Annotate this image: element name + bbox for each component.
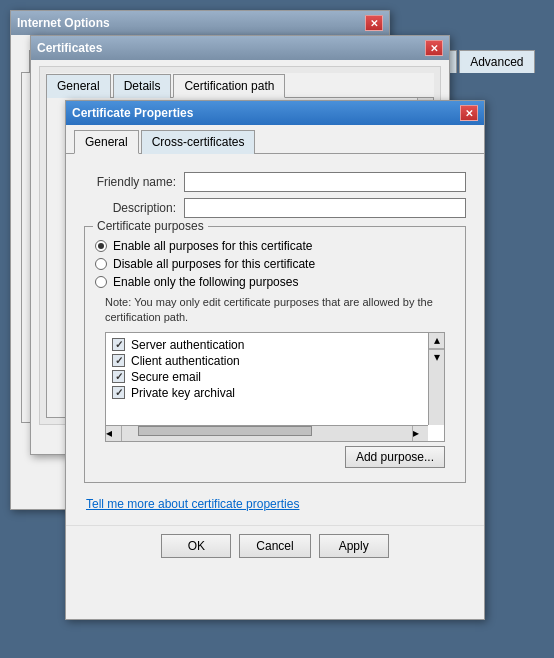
purposes-vscrollbar[interactable]: ▴ ▾ [428, 333, 444, 425]
radio-enable-following[interactable]: Enable only the following purposes [95, 275, 455, 289]
description-group: Description: [84, 198, 466, 218]
cert-link-area: Tell me more about certificate propertie… [74, 491, 476, 517]
checkbox-private-key[interactable]: Private key archival [110, 385, 424, 401]
radio-group-purposes: Enable all purposes for this certificate… [95, 239, 455, 289]
purposes-note: Note: You may only edit certificate purp… [105, 295, 445, 326]
cert-purposes-title: Certificate purposes [93, 219, 208, 233]
internet-options-title: Internet Options [17, 16, 110, 30]
ok-button[interactable]: OK [161, 534, 231, 558]
checkbox-server-auth-label: Server authentication [131, 338, 244, 352]
internet-options-close[interactable]: ✕ [365, 15, 383, 31]
description-input[interactable] [184, 198, 466, 218]
certificates-title: Certificates [37, 41, 102, 55]
cp-tab-general[interactable]: General [74, 130, 139, 154]
cert-properties-close[interactable]: ✕ [460, 105, 478, 121]
cert-properties-titlebar: Certificate Properties ✕ [66, 101, 484, 125]
cert-properties-footer: OK Cancel Apply [66, 525, 484, 566]
cancel-button[interactable]: Cancel [239, 534, 310, 558]
radio-enable-following-label: Enable only the following purposes [113, 275, 298, 289]
radio-disable-all-label: Disable all purposes for this certificat… [113, 257, 315, 271]
cert-tab-certification-path[interactable]: Certification path [173, 74, 285, 98]
cert-learn-more-link[interactable]: Tell me more about certificate propertie… [86, 497, 299, 511]
internet-options-titlebar: Internet Options ✕ [11, 11, 389, 35]
cert-properties-window: Certificate Properties ✕ General Cross-c… [65, 100, 485, 620]
cert-properties-content: Friendly name: Description: Certificate … [66, 154, 484, 525]
checkbox-private-key-box [112, 386, 125, 399]
purposes-checkbox-container: Server authentication Client authenticat… [105, 332, 445, 442]
checkbox-list-inner: Server authentication Client authenticat… [106, 333, 444, 419]
checkbox-secure-email-box [112, 370, 125, 383]
radio-disable-all[interactable]: Disable all purposes for this certificat… [95, 257, 455, 271]
cp-tab-cross[interactable]: Cross-certificates [141, 130, 256, 154]
checkbox-server-auth[interactable]: Server authentication [110, 337, 424, 353]
vscroll-down-btn[interactable]: ▾ [429, 349, 444, 365]
internet-options-controls: ✕ [365, 15, 383, 31]
hscroll-left-btn[interactable]: ◂ [106, 426, 122, 441]
friendly-name-group: Friendly name: [84, 172, 466, 192]
description-label: Description: [84, 201, 184, 215]
cert-purposes-group: Certificate purposes Enable all purposes… [84, 226, 466, 483]
checkbox-secure-email-label: Secure email [131, 370, 201, 384]
purposes-hscrollbar[interactable]: ◂ ▸ [106, 425, 428, 441]
radio-enable-all-label: Enable all purposes for this certificate [113, 239, 312, 253]
friendly-name-label: Friendly name: [84, 175, 184, 189]
checkbox-secure-email[interactable]: Secure email [110, 369, 424, 385]
checkbox-client-auth-label: Client authentication [131, 354, 240, 368]
checkbox-private-key-label: Private key archival [131, 386, 235, 400]
friendly-name-input[interactable] [184, 172, 466, 192]
checkbox-client-auth-box [112, 354, 125, 367]
hscroll-thumb [138, 426, 312, 436]
radio-enable-following-circle [95, 276, 107, 288]
cert-tab-general[interactable]: General [46, 74, 111, 98]
add-purpose-button[interactable]: Add purpose... [345, 446, 445, 468]
apply-button[interactable]: Apply [319, 534, 389, 558]
tab-advanced[interactable]: Advanced [459, 50, 534, 73]
radio-disable-all-circle [95, 258, 107, 270]
cert-properties-controls: ✕ [460, 105, 478, 121]
cert-tab-details[interactable]: Details [113, 74, 172, 98]
certificates-close[interactable]: ✕ [425, 40, 443, 56]
checkbox-server-auth-box [112, 338, 125, 351]
cert-tabbar: General Details Certification path [46, 73, 434, 98]
certificates-titlebar: Certificates ✕ [31, 36, 449, 60]
cert-properties-title: Certificate Properties [72, 106, 193, 120]
vscroll-up-btn[interactable]: ▴ [429, 333, 444, 349]
radio-enable-all[interactable]: Enable all purposes for this certificate [95, 239, 455, 253]
checkbox-client-auth[interactable]: Client authentication [110, 353, 424, 369]
cert-properties-tabbar: General Cross-certificates [66, 125, 484, 154]
radio-enable-all-circle [95, 240, 107, 252]
hscroll-track [122, 426, 412, 441]
certificates-controls: ✕ [425, 40, 443, 56]
add-purpose-area: Add purpose... [95, 446, 455, 472]
hscroll-right-btn[interactable]: ▸ [412, 426, 428, 441]
